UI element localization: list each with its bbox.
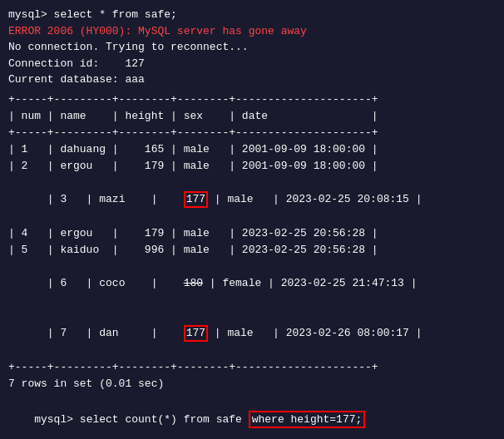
table-row-2: | 2 | ergou | 179 | male | 2001-09-09 18… <box>8 158 496 175</box>
database-line: Current database: aaa <box>8 72 496 88</box>
row6-prefix: | 6 | coco | <box>47 277 184 289</box>
row3-prefix: | 3 | mazi | <box>47 193 184 205</box>
connection-id-line: Connection id: 127 <box>8 56 496 72</box>
row7-prefix: | 7 | dan | <box>47 327 184 339</box>
highlight-177-row7: 177 <box>184 325 208 342</box>
table-section: +-----+---------+--------+--------+-----… <box>8 91 496 392</box>
highlight-177-row3: 177 <box>184 191 208 208</box>
prompt2-prefix: mysql> select count(*) from safe <box>34 413 248 426</box>
table-header: | num | name | height | sex | date | <box>8 108 496 125</box>
prompt-line-1: mysql> select * from safe; <box>8 7 496 23</box>
table-divider-mid: +-----+---------+--------+--------+-----… <box>8 125 496 141</box>
table-row-4: | 4 | ergou | 179 | male | 2023-02-25 20… <box>8 225 496 242</box>
table-row-7: | 7 | dan | 177 | male | 2023-02-26 08:0… <box>8 308 496 358</box>
table-row-5: | 5 | kaiduo | 996 | male | 2023-02-25 2… <box>8 242 496 259</box>
error-line: ERROR 2006 (HY000): MySQL server has gon… <box>8 23 496 40</box>
query-highlight-box: where height=177; <box>249 411 366 428</box>
row6-height-strikethrough: 180 <box>184 277 203 289</box>
table-divider-top: +-----+---------+--------+--------+-----… <box>8 91 496 108</box>
prompt-line-2: mysql> select count(*) from safe where h… <box>8 395 496 439</box>
reconnect-line: No connection. Trying to reconnect... <box>8 39 496 56</box>
row6-suffix: | female | 2023-02-25 21:47:13 | <box>203 277 417 289</box>
terminal: mysql> select * from safe; ERROR 2006 (H… <box>8 7 496 439</box>
table-row-3: | 3 | mazi | 177 | male | 2023-02-25 20:… <box>8 175 496 224</box>
row7-suffix: | male | 2023-02-26 08:00:17 | <box>208 327 422 339</box>
table-row-1: | 1 | dahuang | 165 | male | 2001-09-09 … <box>8 141 496 158</box>
table-row-6: | 6 | coco | 180 | female | 2023-02-25 2… <box>8 259 496 308</box>
rows-info-1: 7 rows in set (0.01 sec) <box>8 376 496 392</box>
row3-suffix: | male | 2023-02-25 20:08:15 | <box>208 193 422 205</box>
table-divider-bot: +-----+---------+--------+--------+-----… <box>8 359 496 376</box>
